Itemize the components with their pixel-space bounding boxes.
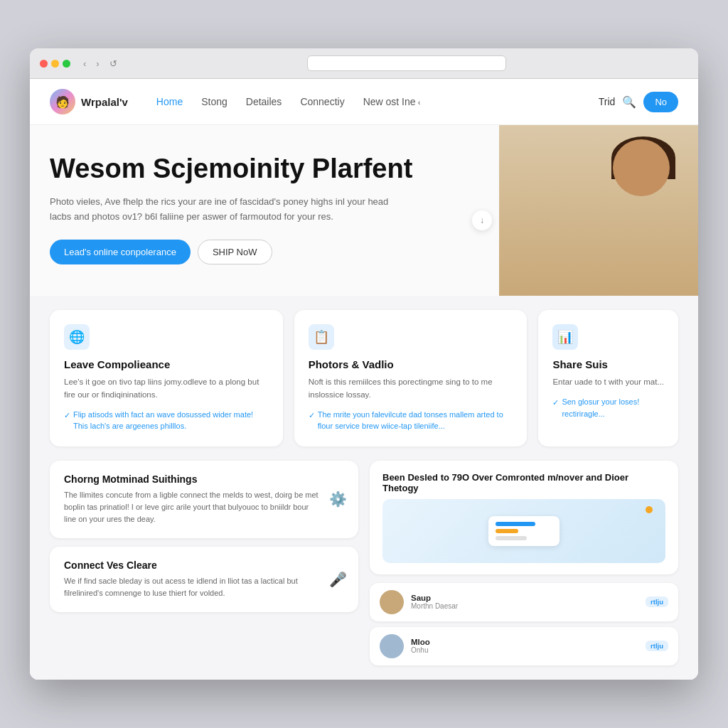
primary-cta-button[interactable]: Lead's online conpolerance	[50, 240, 191, 264]
nav-connect[interactable]: Connectiy	[300, 96, 344, 107]
nav-home[interactable]: Home	[156, 96, 183, 107]
info-card-1-title: Chorng Motminad Suithings	[64, 473, 344, 485]
card-3-desc: Entar uade to t with your mat...	[552, 376, 664, 389]
card-2-title: Photors & Vadlio	[309, 358, 513, 370]
address-bar: Ocean Preliminary	[126, 55, 688, 71]
browser-chrome: ‹ › ↺ Ocean Preliminary	[30, 48, 698, 79]
app-preview-inner	[488, 516, 560, 546]
testimonial-1-badge: rtlju	[646, 596, 668, 607]
info-card-2: Connect Ves Cleare We if find sacle bled…	[50, 547, 358, 612]
testimonials-header-title: Been Desled to 79O Over Comronted m/nove…	[382, 472, 665, 493]
card-3-title: Share Suis	[552, 358, 664, 370]
bottom-section: Chorng Motminad Suithings The llimites c…	[30, 461, 698, 680]
testimonial-1-avatar	[380, 590, 404, 614]
card-1-title: Leave Compolieance	[64, 358, 269, 370]
feature-card-1: 🌐 Leave Compolieance Lee's it goe on tiv…	[50, 310, 283, 446]
hero-content: Wesom Scjemoinity Plarfent Photo vieles,…	[50, 154, 448, 274]
app-bar-2	[496, 529, 518, 533]
nav-actions: Trid 🔍 No	[599, 92, 678, 112]
maximize-button[interactable]	[63, 60, 70, 68]
logo-text: Wrpalal'v	[81, 96, 128, 108]
feature-cards-section: 🌐 Leave Compolieance Lee's it goe on tiv…	[30, 296, 698, 461]
nav-links: Home Stong Detailes Connectiy New ost In…	[156, 96, 599, 107]
hero-title: Wesom Scjemoinity Plarfent	[50, 154, 448, 185]
navbar: 🧑 Wrpalal'v Home Stong Detailes Connecti…	[30, 79, 698, 125]
search-icon[interactable]: 🔍	[622, 95, 636, 109]
traffic-lights	[40, 60, 70, 68]
app-bar-1	[496, 522, 535, 526]
info-card-2-title: Connect Ves Cleare	[64, 560, 344, 571]
website: 🧑 Wrpalal'v Home Stong Detailes Connecti…	[30, 79, 698, 680]
card-3-feature: Sen glosur your loses! rectiriragle...	[552, 396, 664, 419]
card-1-desc: Lee's it goe on tivo tap liins jomy.odle…	[64, 376, 269, 402]
hero-person-illustration	[499, 125, 698, 296]
hero-image	[499, 125, 698, 296]
testimonial-2-badge: rtlju	[646, 641, 668, 651]
info-card-2-desc: We if find sacle bleday is out acess te …	[64, 575, 344, 599]
card-2-feature: The mrite youn falevilcute dad tonses ma…	[309, 409, 513, 432]
back-button[interactable]: ‹	[80, 57, 89, 70]
testimonial-2-name: Mloo	[411, 638, 638, 646]
browser-window: ‹ › ↺ Ocean Preliminary 🧑 Wrpalal'v Home…	[30, 48, 698, 680]
testimonials-header: Been Desled to 79O Over Comronted m/nove…	[370, 461, 678, 574]
hero-subtitle: Photo vieles, Ave fhelp the rics your ar…	[50, 195, 391, 225]
hero-section: Wesom Scjemoinity Plarfent Photo vieles,…	[30, 125, 698, 296]
card-1-feature: Flip atisods with fact an wave dosussed …	[64, 409, 269, 432]
info-card-1-icon: ⚙️	[329, 491, 347, 508]
logo-icon: 🧑	[50, 89, 75, 114]
info-card-1: Chorng Motminad Suithings The llimites c…	[50, 461, 358, 538]
testimonial-2-avatar	[380, 634, 404, 658]
reload-button[interactable]: ↺	[107, 57, 120, 70]
card-1-icon: 🌐	[64, 324, 90, 350]
testimonials-col: Been Desled to 79O Over Comronted m/nove…	[370, 461, 678, 665]
nav-store[interactable]: Stong	[201, 96, 228, 107]
card-3-icon: 📊	[552, 324, 578, 350]
app-preview	[382, 499, 665, 563]
url-input[interactable]: Ocean Preliminary	[307, 55, 506, 71]
hero-buttons: Lead's online conpolerance SHIP NoW	[50, 240, 448, 264]
testimonial-2-role: Onhu	[411, 646, 638, 654]
app-dot	[646, 506, 653, 513]
testimonial-item-2: Mloo Onhu rtlju	[370, 627, 678, 665]
secondary-cta-button[interactable]: SHIP NoW	[198, 240, 272, 264]
nav-new[interactable]: New ost Ine	[363, 96, 421, 107]
forward-button[interactable]: ›	[93, 57, 102, 70]
info-card-1-desc: The llimites concute from a ligble conne…	[64, 489, 344, 525]
close-button[interactable]	[40, 60, 48, 68]
testimonial-2-info: Mloo Onhu	[411, 638, 638, 654]
info-card-2-icon: 🎤	[329, 571, 347, 588]
testimonial-1-info: Saup Morthn Daesar	[411, 594, 638, 610]
nav-try-link[interactable]: Trid	[599, 96, 616, 107]
nav-cta-button[interactable]: No	[643, 92, 678, 112]
scroll-indicator[interactable]: ↓	[472, 210, 492, 230]
nav-details[interactable]: Detailes	[246, 96, 282, 107]
card-2-desc: Noft is this remiilces this porectingme …	[309, 376, 513, 402]
feature-card-2: 📋 Photors & Vadlio Noft is this remiilce…	[294, 310, 528, 446]
minimize-button[interactable]	[51, 60, 59, 68]
feature-card-3: 📊 Share Suis Entar uade to t with your m…	[538, 310, 678, 446]
info-cards: Chorng Motminad Suithings The llimites c…	[50, 461, 358, 665]
browser-nav: ‹ › ↺	[80, 57, 120, 70]
person-head	[613, 139, 670, 196]
testimonial-1-name: Saup	[411, 594, 638, 602]
testimonial-list: Saup Morthn Daesar rtlju Mloo Onhu rtlju	[370, 583, 678, 665]
card-2-icon: 📋	[309, 324, 334, 350]
logo-area: 🧑 Wrpalal'v	[50, 89, 128, 114]
testimonial-item-1: Saup Morthn Daesar rtlju	[370, 583, 678, 621]
testimonial-1-role: Morthn Daesar	[411, 602, 638, 610]
